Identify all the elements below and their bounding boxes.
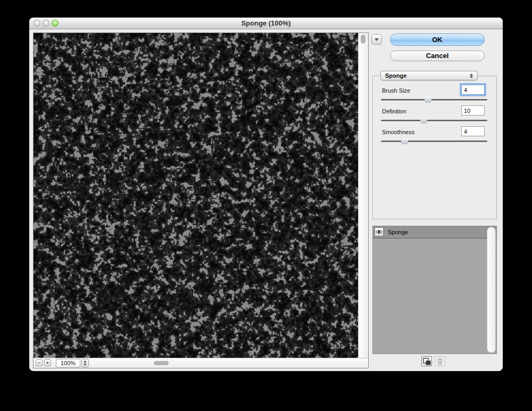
- zoom-button[interactable]: [52, 20, 59, 27]
- brush-size-slider[interactable]: [381, 96, 487, 104]
- layer-list-scrollbar[interactable]: [487, 227, 496, 353]
- definition-slider-thumb[interactable]: [420, 117, 427, 124]
- trash-icon: [437, 358, 443, 365]
- vertical-scrollbar-thumb[interactable]: [361, 35, 365, 44]
- layer-rows-host: Sponge: [373, 226, 496, 239]
- zoom-stepper[interactable]: [81, 359, 89, 367]
- smoothness-slider[interactable]: [381, 138, 487, 145]
- param-row-brush-size: Brush Size: [372, 86, 497, 105]
- param-row-definition: Definition: [372, 107, 497, 126]
- smoothness-label: Smoothness: [382, 129, 414, 135]
- definition-label: Definition: [382, 108, 406, 114]
- brush-size-field[interactable]: [461, 85, 485, 95]
- close-button[interactable]: [34, 20, 40, 27]
- slider-track[interactable]: [381, 120, 487, 121]
- preview-image[interactable]: [34, 33, 358, 358]
- new-effect-layer-button[interactable]: [421, 356, 432, 366]
- param-row-smoothness: Smoothness: [372, 128, 497, 147]
- dropdown-arrows-icon: [470, 73, 473, 78]
- window-title: Sponge (100%): [29, 18, 503, 29]
- zoom-out-button[interactable]: −: [36, 359, 43, 366]
- definition-slider[interactable]: [381, 117, 487, 125]
- ok-button[interactable]: OK: [390, 34, 485, 46]
- smoothness-field[interactable]: [461, 126, 485, 136]
- definition-field[interactable]: [461, 105, 485, 116]
- traffic-lights: [34, 20, 59, 27]
- disclosure-triangle-icon: [375, 38, 379, 41]
- smoothness-slider-thumb[interactable]: [401, 138, 408, 144]
- slider-track[interactable]: [381, 141, 487, 142]
- new-layer-icon: [423, 358, 431, 365]
- brush-size-label: Brush Size: [382, 87, 410, 94]
- layer-visibility-toggle[interactable]: [375, 227, 384, 236]
- filter-select-value: Sponge: [385, 72, 470, 79]
- zoom-level-field[interactable]: [56, 359, 80, 367]
- eye-icon: [376, 229, 383, 234]
- zoom-in-button[interactable]: +: [44, 359, 51, 366]
- minimize-button[interactable]: [43, 20, 49, 27]
- slider-track[interactable]: [381, 99, 487, 101]
- preview-zoom-bar: − +: [34, 358, 368, 368]
- cancel-button[interactable]: Cancel: [390, 51, 485, 61]
- preview-vertical-scrollbar[interactable]: [358, 33, 368, 358]
- delete-effect-layer-button[interactable]: [435, 356, 445, 366]
- stepper-down-icon: [84, 364, 87, 366]
- title-bar[interactable]: Sponge (100%): [29, 18, 503, 29]
- panel-disclosure-button[interactable]: [371, 34, 382, 45]
- stepper-up-icon: [84, 360, 87, 363]
- horizontal-scrollbar-thumb[interactable]: [154, 361, 169, 365]
- brush-size-slider-thumb[interactable]: [425, 96, 431, 103]
- effect-layer-row[interactable]: Sponge: [373, 226, 496, 239]
- preview-panel: − +: [33, 32, 369, 368]
- filter-select-dropdown[interactable]: Sponge: [380, 71, 478, 80]
- effect-layer-list: Sponge: [372, 226, 497, 354]
- filter-dialog-window: Sponge (100%) − + OK Cancel Sponge: [29, 18, 503, 371]
